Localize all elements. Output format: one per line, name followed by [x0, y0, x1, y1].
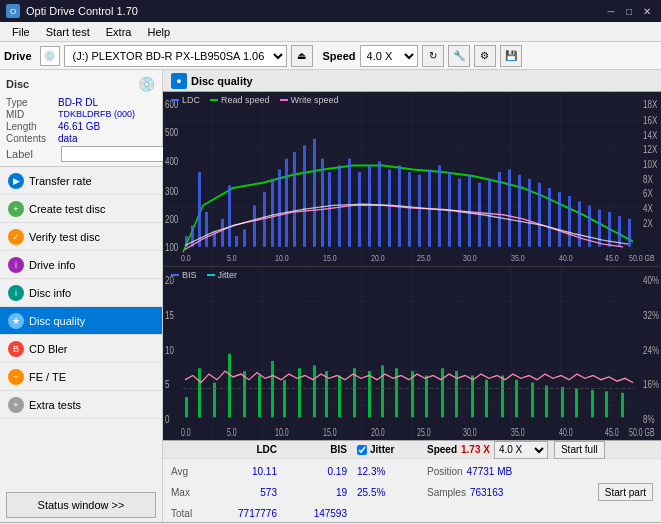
config-button1[interactable]: 🔧: [448, 45, 470, 67]
disc-quality-header: ● Disc quality: [163, 70, 661, 92]
nav-verify-test-disc[interactable]: ✓ Verify test disc: [0, 223, 162, 251]
svg-text:45.0: 45.0: [605, 254, 619, 264]
jitter-checkbox[interactable]: [357, 445, 367, 455]
svg-text:0.0: 0.0: [181, 254, 191, 264]
svg-rect-60: [438, 165, 441, 246]
legend-ldc: LDC: [182, 95, 200, 105]
app-title: Opti Drive Control 1.70: [26, 5, 138, 17]
nav-label-verify: Verify test disc: [29, 231, 100, 243]
svg-text:25.0: 25.0: [417, 254, 431, 264]
close-button[interactable]: ✕: [639, 4, 655, 18]
svg-text:40.0: 40.0: [559, 254, 573, 264]
svg-rect-54: [378, 161, 381, 246]
menu-start-test[interactable]: Start test: [38, 24, 98, 40]
stats-speed-select[interactable]: 4.0 X: [494, 441, 548, 459]
svg-text:35.0: 35.0: [511, 254, 525, 264]
svg-rect-39: [243, 229, 246, 246]
svg-rect-109: [228, 353, 231, 417]
svg-text:20.0: 20.0: [371, 426, 385, 438]
svg-rect-69: [528, 179, 531, 247]
svg-rect-134: [591, 389, 594, 416]
svg-text:30.0: 30.0: [463, 426, 477, 438]
nav-icon-disc: i: [8, 285, 24, 301]
nav-icon-fete: ~: [8, 369, 24, 385]
max-label: Max: [171, 487, 207, 498]
svg-text:4X: 4X: [643, 202, 653, 214]
svg-rect-123: [425, 375, 428, 417]
svg-rect-72: [558, 192, 561, 247]
svg-rect-41: [263, 192, 266, 247]
samples-value: 763163: [470, 487, 503, 498]
svg-rect-132: [561, 387, 564, 417]
menu-help[interactable]: Help: [139, 24, 178, 40]
svg-text:5: 5: [165, 377, 170, 390]
drive-select[interactable]: (J:) PLEXTOR BD-R PX-LB950SA 1.06: [64, 45, 287, 67]
nav-label-extra: Extra tests: [29, 399, 81, 411]
svg-text:24%: 24%: [643, 343, 659, 356]
nav-disc-info[interactable]: i Disc info: [0, 279, 162, 307]
stats-bar: LDC BIS Jitter Speed 1.73 X 4.0 X Start …: [163, 440, 661, 522]
start-full-button[interactable]: Start full: [554, 441, 605, 459]
bottom-chart: BIS Jitter: [163, 267, 661, 441]
nav-label-quality: Disc quality: [29, 315, 85, 327]
svg-rect-126: [471, 375, 474, 417]
svg-rect-49: [328, 172, 331, 247]
svg-text:16%: 16%: [643, 377, 659, 390]
type-label: Type: [6, 97, 58, 108]
nav-transfer-rate[interactable]: ▶ Transfer rate: [0, 167, 162, 195]
samples-label: Samples: [427, 487, 466, 498]
svg-rect-70: [538, 183, 541, 247]
nav-icon-transfer: ▶: [8, 173, 24, 189]
top-chart-svg: 600 500 400 300 200 100 18X 16X 14X 12X …: [163, 92, 661, 266]
nav-icon-verify: ✓: [8, 229, 24, 245]
svg-text:50.0 GB: 50.0 GB: [629, 254, 655, 264]
maximize-button[interactable]: □: [621, 4, 637, 18]
refresh-button[interactable]: ↻: [422, 45, 444, 67]
svg-rect-51: [348, 159, 351, 247]
legend-write-speed: Write speed: [291, 95, 339, 105]
svg-text:32%: 32%: [643, 308, 659, 321]
save-button[interactable]: 💾: [500, 45, 522, 67]
main-area: Disc 💿 Type BD-R DL MID TDKBLDRFB (000) …: [0, 70, 661, 522]
svg-rect-55: [388, 169, 391, 246]
type-value: BD-R DL: [58, 97, 98, 108]
minimize-button[interactable]: ─: [603, 4, 619, 18]
dq-icon: ●: [171, 73, 187, 89]
nav-fe-te[interactable]: ~ FE / TE: [0, 363, 162, 391]
svg-text:20.0: 20.0: [371, 254, 385, 264]
nav-disc-quality[interactable]: ★ Disc quality: [0, 307, 162, 335]
svg-rect-58: [418, 175, 421, 247]
svg-rect-34: [205, 212, 208, 247]
start-part-button[interactable]: Start part: [598, 483, 653, 501]
nav-drive-info[interactable]: i Drive info: [0, 251, 162, 279]
svg-rect-57: [408, 172, 411, 247]
legend-read-speed: Read speed: [221, 95, 270, 105]
bottom-legend: BIS Jitter: [171, 270, 237, 280]
position-label: Position: [427, 466, 463, 477]
status-window-button[interactable]: Status window >>: [6, 492, 156, 518]
speed-select-toolbar[interactable]: 4.0 X: [360, 45, 418, 67]
svg-text:35.0: 35.0: [511, 426, 525, 438]
jitter-checkbox-container[interactable]: Jitter: [357, 444, 417, 455]
svg-text:10.0: 10.0: [275, 426, 289, 438]
svg-rect-121: [395, 368, 398, 417]
menu-extra[interactable]: Extra: [98, 24, 140, 40]
svg-text:15.0: 15.0: [323, 254, 337, 264]
nav-extra-tests[interactable]: + Extra tests: [0, 391, 162, 419]
config-button2[interactable]: ⚙: [474, 45, 496, 67]
charts-container: LDC Read speed Write speed: [163, 92, 661, 440]
bottom-chart-svg: 20 15 10 5 0 40% 32% 24% 16% 8% 0.0 5.0 …: [163, 267, 661, 441]
svg-rect-129: [515, 379, 518, 417]
eject-button[interactable]: ⏏: [291, 45, 313, 67]
length-value: 46.61 GB: [58, 121, 100, 132]
svg-rect-106: [185, 397, 188, 417]
nav-cd-bler[interactable]: B CD Bler: [0, 335, 162, 363]
svg-rect-68: [518, 175, 521, 247]
nav-icon-create: +: [8, 201, 24, 217]
mid-value: TDKBLDRFB (000): [58, 109, 135, 120]
nav-create-test-disc[interactable]: + Create test disc: [0, 195, 162, 223]
svg-rect-32: [191, 225, 194, 246]
svg-rect-135: [605, 391, 608, 417]
menu-file[interactable]: File: [4, 24, 38, 40]
svg-rect-38: [235, 236, 238, 247]
